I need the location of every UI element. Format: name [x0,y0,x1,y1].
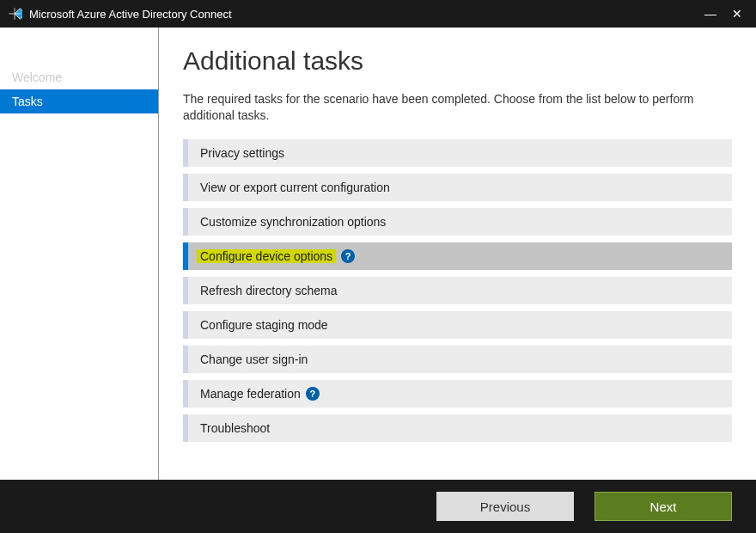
titlebar: Microsoft Azure Active Directory Connect… [0,0,756,28]
help-icon[interactable]: ? [341,249,355,263]
sidebar-item-tasks[interactable]: Tasks [0,89,158,113]
help-icon[interactable]: ? [306,387,320,401]
task-label: View or export current configuration [188,181,390,194]
sidebar-item-welcome[interactable]: Welcome [0,65,158,89]
task-item[interactable]: Troubleshoot [183,414,732,442]
task-label: Configure staging mode [188,318,328,332]
task-item[interactable]: Configure device options? [183,242,732,270]
task-item[interactable]: View or export current configuration [183,174,732,201]
close-icon[interactable]: ✕ [732,8,742,20]
task-item[interactable]: Customize synchronization options [183,208,732,236]
task-label: Customize synchronization options [188,215,386,229]
main-content: Additional tasks The required tasks for … [159,28,756,480]
window-title: Microsoft Azure Active Directory Connect [29,8,704,21]
task-item[interactable]: Manage federation? [183,380,732,407]
task-item[interactable]: Privacy settings [183,139,732,167]
task-label: Refresh directory schema [188,284,338,297]
next-button[interactable]: Next [594,492,732,521]
task-label: Privacy settings [188,146,284,160]
page-description: The required tasks for the scenario have… [183,91,732,124]
previous-button[interactable]: Previous [436,492,574,521]
window-controls: — ✕ [704,8,749,20]
task-label: Configure device options [197,249,336,263]
task-label: Manage federation [188,387,301,401]
task-accent [183,242,188,270]
footer: Previous Next [0,480,756,533]
task-item[interactable]: Configure staging mode [183,311,732,339]
task-item[interactable]: Change user sign-in [183,346,732,373]
task-list: Privacy settingsView or export current c… [183,139,732,442]
task-item[interactable]: Refresh directory schema [183,277,732,304]
app-icon [7,6,22,21]
task-label: Change user sign-in [188,352,308,366]
body: WelcomeTasks Additional tasks The requir… [0,28,756,480]
page-title: Additional tasks [183,46,732,76]
sidebar: WelcomeTasks [0,28,159,480]
minimize-icon[interactable]: — [704,8,716,20]
task-label: Troubleshoot [188,421,270,435]
